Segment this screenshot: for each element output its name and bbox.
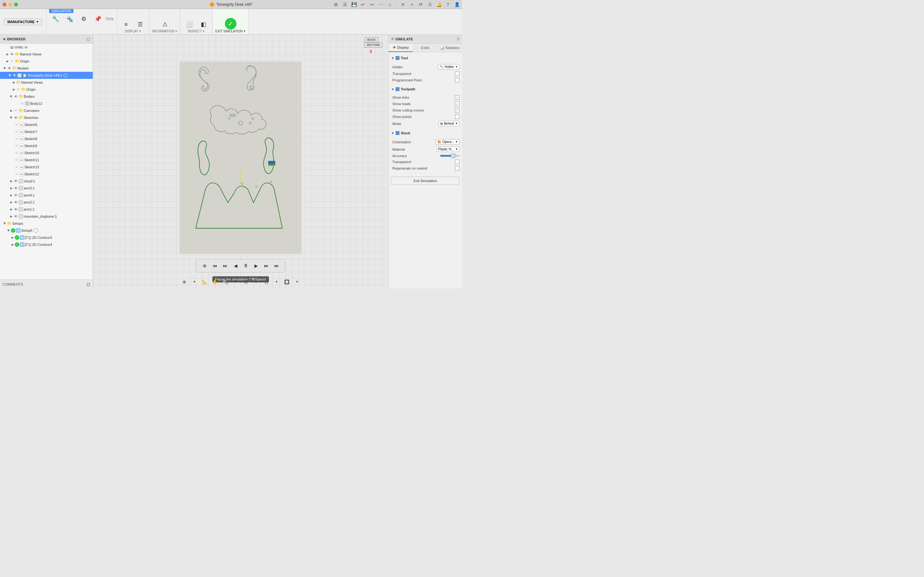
inspect-btn-2[interactable]: ◧ <box>197 19 210 29</box>
stock-transparent-checkbox[interactable] <box>455 160 459 164</box>
tree-item-tensegrity[interactable]: ▶ 👁 ⬜ 📋 Tensegrity Desk v48:1 <box>0 72 93 79</box>
tree-item-sketches[interactable]: ▶ 👁 📁 Sketches <box>0 114 93 121</box>
tool-btn-2[interactable]: 🔩 <box>63 14 76 24</box>
tree-item-cloud1[interactable]: ▶ 👁 cloud:1 <box>0 177 93 185</box>
playback-skip-start-btn[interactable]: ⏮ <box>210 261 220 270</box>
close-button[interactable] <box>3 3 6 6</box>
regenerate-checkbox[interactable] <box>455 166 459 171</box>
tree-item-sketch13[interactable]: 👁 ▭ Sketch13 <box>0 163 93 171</box>
tree-item-origin-2[interactable]: ▶ 👁 📁 Origin <box>0 86 93 93</box>
playback-step-fwd-btn[interactable]: ▶ <box>252 261 260 270</box>
tree-item-sketch6[interactable]: 👁 ▭ Sketch6 <box>0 121 93 128</box>
panel-expand-icon[interactable]: ⟩⟩ <box>457 37 459 41</box>
tool-btn-4[interactable]: 📌 <box>91 14 104 24</box>
comments-expand-icon[interactable]: ◻ <box>87 282 90 287</box>
show-leads-checkbox[interactable] <box>455 102 459 106</box>
tree-item-sketch8[interactable]: 👁 ▭ Sketch8 <box>0 135 93 142</box>
information-btn[interactable]: ⚠ <box>158 19 171 29</box>
tree-item-sketch10[interactable]: 👁 ▭ Sketch10 <box>0 149 93 156</box>
tab-statistics[interactable]: 📊 Statistics <box>438 44 462 52</box>
exit-simulation-btn[interactable]: ✓ <box>225 18 236 29</box>
add-tab-icon[interactable]: + <box>409 2 415 7</box>
canvas-tool-zoom-dropdown[interactable]: ▼ <box>231 277 240 286</box>
tree-item-body12[interactable]: 👁 □ Body12 <box>0 100 93 107</box>
tab-display[interactable]: 👁 Display <box>389 44 413 52</box>
tree-item-sketch9[interactable]: 👁 ▭ Sketch9 <box>0 142 93 149</box>
tree-item-contour3[interactable]: ▶ ✓ [T1] 2D Contour3 <box>0 234 93 241</box>
tree-item-setup5[interactable]: ▶ ✓ Setup5 <box>0 227 93 234</box>
maximize-button[interactable] <box>14 3 18 6</box>
tree-item-setups[interactable]: ▶ 📁 Setups <box>0 220 93 227</box>
playback-pause-btn[interactable]: ⏸ <box>241 261 250 270</box>
playback-skip-end-btn[interactable]: ⏭ <box>272 261 281 270</box>
tree-item-canvases[interactable]: ▶ 👁 📁 Canvases <box>0 107 93 114</box>
refresh-icon[interactable]: ⟳ <box>418 2 423 7</box>
tool-btn-3[interactable]: ⚙ <box>78 14 90 24</box>
canvas-tool-inspect[interactable]: 🔲 <box>283 277 291 286</box>
cube-back-face[interactable]: BACK <box>365 37 379 42</box>
tree-item-arm11[interactable]: ▶ 👁 arm1:1 <box>0 206 93 213</box>
canvas-tool-zoom-in[interactable]: 🔍 <box>221 277 229 286</box>
close-icon[interactable]: ✕ <box>401 2 405 7</box>
mode-dropdown[interactable]: ⊞ Behind ▼ <box>439 121 459 126</box>
accuracy-slider[interactable] <box>440 155 459 157</box>
canvas-tool-display-dropdown[interactable]: ▼ <box>272 277 281 286</box>
tree-item-models[interactable]: ▶ 👁 📁 Models <box>0 65 93 72</box>
canvas-area[interactable]: BACK BOTTOM X <box>93 35 388 288</box>
tree-item-origin[interactable]: ▶ 👁 📁 Origin <box>0 58 93 65</box>
undo-icon[interactable]: ↩ <box>360 2 365 7</box>
tree-item-arm31[interactable]: ▶ 👁 arm3:1 <box>0 185 93 192</box>
playback-cursor-btn[interactable]: ⊕ <box>200 261 209 270</box>
tree-item-units[interactable]: 🗂 Units: in <box>0 44 93 51</box>
tree-item-named-views[interactable]: ▶ 👁 📁 Named Views <box>0 51 93 58</box>
tree-item-arm21[interactable]: ▶ 👁 arm2:1 <box>0 199 93 206</box>
show-links-checkbox[interactable] <box>455 95 459 100</box>
window-controls[interactable] <box>3 3 18 6</box>
profile-icon[interactable]: 👤 <box>454 2 459 7</box>
canvas-tool-orbit[interactable]: ✋ <box>211 277 219 286</box>
tree-item-arm41[interactable]: ▶ 👁 arm4:1 <box>0 192 93 199</box>
show-points-checkbox[interactable] <box>455 114 459 119</box>
toolpath-section-checkbox[interactable]: ✓ <box>396 87 399 91</box>
canvas-tool-select[interactable]: ⊕ <box>180 277 188 286</box>
counter-icon[interactable]: ① <box>427 2 433 7</box>
redo-icon[interactable]: ↪ <box>369 2 375 7</box>
manufacture-button[interactable]: MANUFACTURE ▼ <box>4 18 42 25</box>
stock-section-header[interactable]: ▼ ✓ Stock <box>391 130 459 136</box>
exit-simulation-button[interactable]: Exit Simulation <box>391 177 459 185</box>
bell-icon[interactable]: 🔔 <box>436 2 441 7</box>
display-btn-1[interactable]: ≡ <box>120 19 132 29</box>
accuracy-thumb[interactable] <box>451 153 455 158</box>
tree-item-contour4[interactable]: ▶ ✓ [T1] 2D Contour4 <box>0 241 93 248</box>
tool-section-checkbox[interactable]: ✓ <box>396 56 399 60</box>
canvas-tool-display[interactable]: ◻ <box>262 277 270 286</box>
show-cutting-moves-checkbox[interactable] <box>455 108 459 113</box>
minimize-button[interactable] <box>8 3 12 6</box>
programmed-point-checkbox[interactable] <box>455 78 459 82</box>
cube-bottom-face[interactable]: BOTTOM <box>364 42 383 47</box>
canvas-tool-measure[interactable]: 📐 <box>200 277 209 286</box>
grid-icon[interactable]: ⊞ <box>333 2 338 7</box>
playback-step-back-btn[interactable]: ◀ <box>231 261 240 270</box>
save-icon[interactable]: 💾 <box>351 2 357 7</box>
canvas-tool-inspect-dropdown[interactable]: ▼ <box>293 277 301 286</box>
display-btn-2[interactable]: ☰ <box>134 19 147 29</box>
playback-prev-btn[interactable]: ⏭ <box>221 261 230 270</box>
tool-dropdown[interactable]: 🔧 Holder ▼ <box>438 64 459 69</box>
material-dropdown[interactable]: Plastic Vi... ▼ <box>437 147 459 152</box>
tree-item-sketch7[interactable]: 👁 ▭ Sketch7 <box>0 128 93 135</box>
more-icon[interactable]: ⋯ <box>378 2 383 7</box>
transparent-checkbox[interactable] <box>455 71 459 76</box>
toolpath-section-header[interactable]: ▼ ✓ Toolpath <box>391 86 459 92</box>
colorization-dropdown[interactable]: 🎨 Opera... ▼ <box>436 139 459 145</box>
home-icon[interactable]: ⌂ <box>387 2 393 7</box>
inspect-btn-1[interactable]: ⬜ <box>183 19 196 29</box>
playback-skip-fwd-btn[interactable]: ⏭ <box>262 261 271 270</box>
tree-item-sketch12[interactable]: 👁 ▭ Sketch12 <box>0 171 93 177</box>
tree-item-named-views-2[interactable]: ▶ 📁 Named Views <box>0 79 93 86</box>
tab-info[interactable]: ℹ Info <box>413 44 437 52</box>
tree-item-mountain[interactable]: ▶ 👁 mountain_dogbone:1 <box>0 213 93 220</box>
nav-cube[interactable]: BACK BOTTOM X <box>357 37 386 66</box>
tree-item-sketch11[interactable]: 👁 ▭ Sketch11 <box>0 156 93 163</box>
browser-back-icon[interactable]: ◀ <box>3 37 5 41</box>
